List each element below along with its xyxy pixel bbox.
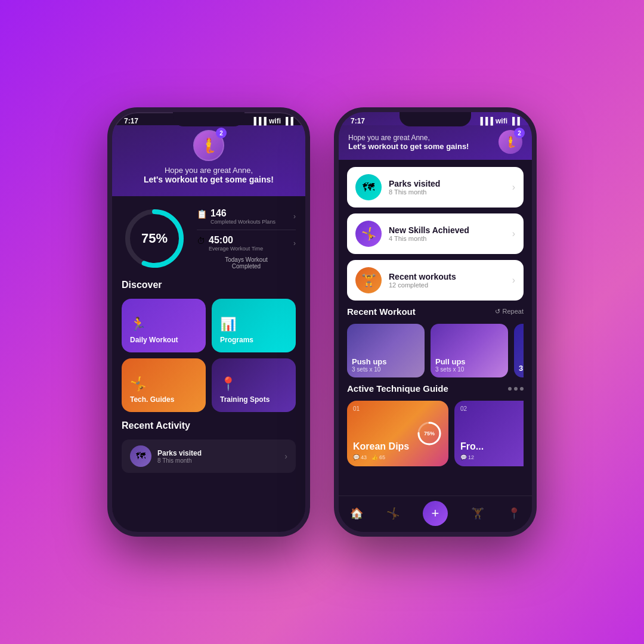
phone2-scroll: 🗺 Parks visited 8 This month › 🤸 New Ski… [339,160,532,496]
signal-icon-2: ▐▐▐ [478,117,493,125]
status-icons-1: ▐▐▐ wifi ▐▐ [251,117,293,125]
korean-progress: 75% [416,420,442,447]
stat-workouts: 📋 146 Completed Workouts Plans › [197,208,296,225]
discover-grid: 🏃 Daily Workout 📊 Programs 🤸 Tech. Guide… [122,299,296,412]
phone-1-screen: 7:17 ▐▐▐ wifi ▐▐ 🧜 2 Hope you are great … [112,112,305,532]
korean-percent: 75% [424,431,435,436]
activity-sub: 8 This month [157,457,278,464]
phone1-body: 75% 📋 146 Completed Workouts Plans › [112,196,305,532]
training-spots-icon: 📍 [220,376,287,392]
skills-stat-card[interactable]: 🤸 New Skills Achieved 4 This month › [347,213,524,254]
plus-icon: + [432,506,439,521]
parks-card-sub: 8 This month [389,188,505,196]
workouts-number: 146 [210,208,290,219]
phone2-greeting1: Hope you are great Anne, [348,134,493,142]
stat-workouts-info: 146 Completed Workouts Plans [210,208,290,225]
daily-workout-icon: 🏃 [130,317,197,332]
second-comments: 💬 12 [460,454,474,460]
skills-card-arrow: › [512,228,515,239]
circle-progress: 75% [122,206,187,271]
recent-workouts-card-info: Recent workouts 12 completed [389,272,505,289]
activity-card-parks[interactable]: 🗺 Parks visited 8 This month › [122,439,296,473]
pushups-sets: 3 sets x 10 [352,366,420,373]
time-2: 7:17 [351,117,365,125]
bottom-nav: 🏠 🤸 + 🏋 📍 [339,496,532,532]
skills-card-info: New Skills Achieved 4 This month [389,225,505,242]
progress-percent: 75% [141,231,168,246]
figure-icon: 🤸 [386,507,400,520]
phone-2-screen: 7:17 ▐▐▐ wifi ▐▐ Hope you are great Anne… [339,112,532,532]
phone2-header: Hope you are great Anne, Let's workout t… [339,125,532,160]
parks-icon: 🗺 [130,445,151,467]
recent-workout-header: Recent Workout ↺ Repeat [347,306,524,317]
daily-workout-card[interactable]: 🏃 Daily Workout [122,299,206,352]
third-workout-card[interactable]: 3 s [514,324,524,377]
wifi-icon: wifi [269,117,281,125]
programs-icon: 📊 [220,317,287,332]
divider1 [197,230,296,230]
home-icon: 🏠 [350,507,363,520]
third-workout-label: 3 s [519,364,524,373]
second-title: Fro... [460,441,524,452]
programs-label: Programs [220,336,287,344]
pullups-card[interactable]: Pull ups 3 sets x 10 [431,324,508,377]
phone2-badge: 2 [514,128,525,138]
three-dots [508,387,524,391]
tech-guides-icon: 🤸 [130,376,197,392]
skills-card-icon: 🤸 [355,221,382,247]
korean-stats: 💬 43 👍 65 [353,454,442,460]
phone2-greeting2: Let's workout to get some gains! [348,142,493,151]
skills-card-title: New Skills Achieved [389,225,505,235]
pullups-label: Pull ups [435,357,503,366]
discover-section: Discover [122,280,296,290]
pushups-label: Push ups [352,357,420,366]
activity-info: Parks visited 8 This month [157,449,278,464]
daily-workout-label: Daily Workout [130,336,197,344]
korean-comments: 💬 43 [353,454,367,460]
nav-dumbbell[interactable]: 🏋 [471,507,484,520]
recent-workouts-card-arrow: › [512,275,515,286]
progress-label: 75% [141,231,168,246]
greeting: Hope you are great Anne, Let's workout t… [144,166,274,184]
tech-guides-card[interactable]: 🤸 Tech. Guides [122,358,206,412]
parks-stat-card[interactable]: 🗺 Parks visited 8 This month › [347,167,524,208]
parks-card-icon: 🗺 [355,174,382,200]
phone-1: 7:17 ▐▐▐ wifi ▐▐ 🧜 2 Hope you are great … [107,107,310,537]
discover-title: Discover [122,280,296,290]
nav-add-button[interactable]: + [423,501,448,526]
korean-likes: 👍 65 [371,454,385,460]
recent-workouts-card-title: Recent workouts [389,272,505,281]
progress-section: 75% 📋 146 Completed Workouts Plans › [122,206,296,271]
time-number: 45:00 [209,235,290,246]
recent-workouts-card-icon: 🏋 [355,267,382,293]
skills-card-sub: 4 This month [389,235,505,242]
activity-name: Parks visited [157,449,278,457]
avatar-container[interactable]: 🧜 2 [193,130,224,161]
stat2-arrow: › [293,239,296,247]
nav-home[interactable]: 🏠 [350,507,363,520]
dumbbell-icon: 🏋 [471,507,484,520]
stat1-arrow: › [293,212,296,221]
nav-figure[interactable]: 🤸 [386,507,400,520]
second-num: 02 [460,405,467,412]
stat-time-info: 45:00 Everage Workout Time [209,235,290,252]
repeat-button[interactable]: ↺ Repeat [495,308,524,315]
greeting-line1: Hope you are great Anne, [165,166,253,175]
programs-card[interactable]: 📊 Programs [212,299,296,352]
workouts-label: Completed Workouts Plans [210,219,290,225]
battery-icon-2: ▐▐ [510,117,520,125]
second-technique-card[interactable]: 02 Fro... 💬 12 [454,401,524,466]
pushups-card[interactable]: Push ups 3 sets x 10 [347,324,425,377]
korean-dips-card[interactable]: 01 Korean Dips 💬 43 👍 65 [347,401,448,466]
phone2-avatar[interactable]: 🧜 2 [499,130,522,154]
training-spots-card[interactable]: 📍 Training Spots [212,358,296,412]
workout-row: Push ups 3 sets x 10 Pull ups 3 sets x 1… [347,324,524,377]
recent-workouts-stat-card[interactable]: 🏋 Recent workouts 12 completed › [347,260,524,301]
stats-right: 📋 146 Completed Workouts Plans › ⏱ 45:0 [197,208,296,270]
dot-1 [508,387,512,391]
nav-map[interactable]: 📍 [507,507,521,520]
dot-3 [520,387,524,391]
battery-icon: ▐▐ [283,117,293,125]
time-label: Everage Workout Time [209,246,290,252]
parks-card-info: Parks visited 8 This month [389,179,505,196]
